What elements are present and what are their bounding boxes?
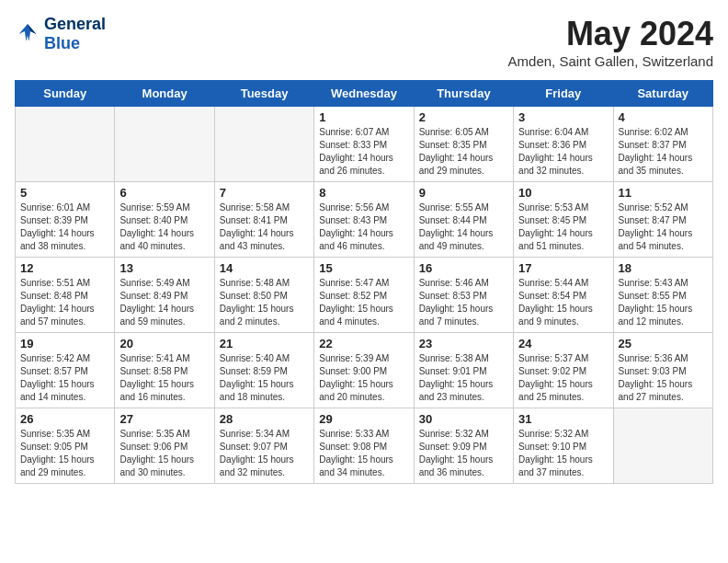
calendar-week-row: 5Sunrise: 6:01 AMSunset: 8:39 PMDaylight… bbox=[16, 182, 713, 258]
calendar-day-cell: 22Sunrise: 5:39 AMSunset: 9:00 PMDayligh… bbox=[314, 333, 414, 408]
calendar-week-row: 12Sunrise: 5:51 AMSunset: 8:48 PMDayligh… bbox=[16, 258, 713, 333]
day-of-week-header: Monday bbox=[115, 81, 214, 107]
day-number: 17 bbox=[518, 261, 608, 275]
day-number: 1 bbox=[319, 110, 408, 124]
day-info: Sunrise: 5:39 AMSunset: 9:00 PMDaylight:… bbox=[319, 352, 408, 404]
day-number: 28 bbox=[220, 412, 309, 426]
calendar-day-cell: 4Sunrise: 6:02 AMSunset: 8:37 PMDaylight… bbox=[613, 107, 712, 182]
calendar-day-cell: 31Sunrise: 5:32 AMSunset: 9:10 PMDayligh… bbox=[514, 408, 613, 484]
day-number: 21 bbox=[220, 337, 309, 350]
logo-icon bbox=[15, 21, 40, 47]
day-of-week-header: Wednesday bbox=[314, 81, 414, 107]
calendar-week-row: 19Sunrise: 5:42 AMSunset: 8:57 PMDayligh… bbox=[16, 333, 713, 408]
calendar-day-cell: 13Sunrise: 5:49 AMSunset: 8:49 PMDayligh… bbox=[115, 258, 214, 333]
day-number: 10 bbox=[518, 186, 608, 200]
day-of-week-header: Sunday bbox=[16, 81, 115, 107]
day-info: Sunrise: 5:44 AMSunset: 8:54 PMDaylight:… bbox=[518, 277, 608, 328]
day-info: Sunrise: 5:46 AMSunset: 8:53 PMDaylight:… bbox=[419, 277, 508, 328]
calendar-day-cell: 5Sunrise: 6:01 AMSunset: 8:39 PMDaylight… bbox=[16, 182, 115, 258]
day-number: 16 bbox=[419, 261, 508, 275]
calendar-day-cell: 20Sunrise: 5:41 AMSunset: 8:58 PMDayligh… bbox=[115, 333, 214, 408]
calendar-day-cell: 24Sunrise: 5:37 AMSunset: 9:02 PMDayligh… bbox=[514, 333, 613, 408]
day-info: Sunrise: 5:49 AMSunset: 8:49 PMDaylight:… bbox=[119, 277, 209, 328]
day-number: 13 bbox=[119, 261, 209, 275]
location: Amden, Saint Gallen, Switzerland bbox=[508, 53, 713, 69]
calendar-day-cell: 19Sunrise: 5:42 AMSunset: 8:57 PMDayligh… bbox=[16, 333, 115, 408]
day-info: Sunrise: 5:56 AMSunset: 8:43 PMDaylight:… bbox=[319, 201, 408, 253]
page-header: General Blue May 2024 Amden, Saint Galle… bbox=[15, 15, 713, 69]
day-number: 20 bbox=[119, 337, 209, 350]
day-number: 9 bbox=[419, 186, 508, 200]
day-info: Sunrise: 5:51 AMSunset: 8:48 PMDaylight:… bbox=[20, 277, 109, 328]
calendar-day-cell: 7Sunrise: 5:58 AMSunset: 8:41 PMDaylight… bbox=[214, 182, 313, 258]
calendar-day-cell: 26Sunrise: 5:35 AMSunset: 9:05 PMDayligh… bbox=[16, 408, 115, 484]
day-info: Sunrise: 5:33 AMSunset: 9:08 PMDaylight:… bbox=[319, 428, 408, 479]
day-info: Sunrise: 5:36 AMSunset: 9:03 PMDaylight:… bbox=[619, 352, 708, 404]
calendar-day-cell: 10Sunrise: 5:53 AMSunset: 8:45 PMDayligh… bbox=[514, 182, 613, 258]
day-number: 2 bbox=[419, 110, 508, 124]
day-number: 26 bbox=[20, 412, 109, 426]
calendar-day-cell: 21Sunrise: 5:40 AMSunset: 8:59 PMDayligh… bbox=[214, 333, 313, 408]
day-info: Sunrise: 5:41 AMSunset: 8:58 PMDaylight:… bbox=[119, 352, 209, 404]
day-info: Sunrise: 5:59 AMSunset: 8:40 PMDaylight:… bbox=[119, 201, 209, 253]
day-number: 5 bbox=[20, 186, 109, 200]
calendar-day-cell: 18Sunrise: 5:43 AMSunset: 8:55 PMDayligh… bbox=[613, 258, 712, 333]
day-number: 8 bbox=[319, 186, 408, 200]
day-info: Sunrise: 6:01 AMSunset: 8:39 PMDaylight:… bbox=[20, 201, 109, 253]
day-number: 11 bbox=[619, 186, 708, 200]
calendar-table: SundayMondayTuesdayWednesdayThursdayFrid… bbox=[15, 80, 713, 484]
day-number: 12 bbox=[20, 261, 109, 275]
day-info: Sunrise: 6:02 AMSunset: 8:37 PMDaylight:… bbox=[619, 126, 708, 178]
day-info: Sunrise: 5:48 AMSunset: 8:50 PMDaylight:… bbox=[220, 277, 309, 328]
calendar-day-cell: 30Sunrise: 5:32 AMSunset: 9:09 PMDayligh… bbox=[414, 408, 513, 484]
month-title: May 2024 bbox=[508, 15, 713, 53]
day-number: 18 bbox=[619, 261, 708, 275]
day-number: 27 bbox=[119, 412, 209, 426]
title-block: May 2024 Amden, Saint Gallen, Switzerlan… bbox=[508, 15, 713, 69]
day-info: Sunrise: 5:32 AMSunset: 9:10 PMDaylight:… bbox=[518, 428, 608, 479]
day-of-week-header: Thursday bbox=[414, 81, 513, 107]
day-number: 25 bbox=[619, 337, 708, 350]
day-number: 3 bbox=[518, 110, 608, 124]
day-info: Sunrise: 5:32 AMSunset: 9:09 PMDaylight:… bbox=[419, 428, 508, 479]
day-number: 30 bbox=[419, 412, 508, 426]
day-number: 23 bbox=[419, 337, 508, 350]
day-info: Sunrise: 5:35 AMSunset: 9:06 PMDaylight:… bbox=[119, 428, 209, 479]
calendar-week-row: 1Sunrise: 6:07 AMSunset: 8:33 PMDaylight… bbox=[16, 107, 713, 182]
day-info: Sunrise: 5:53 AMSunset: 8:45 PMDaylight:… bbox=[518, 201, 608, 253]
day-info: Sunrise: 5:55 AMSunset: 8:44 PMDaylight:… bbox=[419, 201, 508, 253]
day-number: 24 bbox=[518, 337, 608, 350]
day-info: Sunrise: 6:04 AMSunset: 8:36 PMDaylight:… bbox=[518, 126, 608, 178]
calendar-day-cell: 17Sunrise: 5:44 AMSunset: 8:54 PMDayligh… bbox=[514, 258, 613, 333]
day-number: 22 bbox=[319, 337, 408, 350]
day-info: Sunrise: 6:05 AMSunset: 8:35 PMDaylight:… bbox=[419, 126, 508, 178]
calendar-day-cell: 16Sunrise: 5:46 AMSunset: 8:53 PMDayligh… bbox=[414, 258, 513, 333]
day-number: 6 bbox=[119, 186, 209, 200]
calendar-day-cell: 28Sunrise: 5:34 AMSunset: 9:07 PMDayligh… bbox=[214, 408, 313, 484]
calendar-day-cell bbox=[115, 107, 214, 182]
day-info: Sunrise: 5:47 AMSunset: 8:52 PMDaylight:… bbox=[319, 277, 408, 328]
day-info: Sunrise: 5:43 AMSunset: 8:55 PMDaylight:… bbox=[619, 277, 708, 328]
calendar-day-cell bbox=[214, 107, 313, 182]
calendar-day-cell: 3Sunrise: 6:04 AMSunset: 8:36 PMDaylight… bbox=[514, 107, 613, 182]
calendar-day-cell: 27Sunrise: 5:35 AMSunset: 9:06 PMDayligh… bbox=[115, 408, 214, 484]
day-info: Sunrise: 5:38 AMSunset: 9:01 PMDaylight:… bbox=[419, 352, 508, 404]
day-info: Sunrise: 5:52 AMSunset: 8:47 PMDaylight:… bbox=[619, 201, 708, 253]
calendar-day-cell: 11Sunrise: 5:52 AMSunset: 8:47 PMDayligh… bbox=[613, 182, 712, 258]
day-info: Sunrise: 6:07 AMSunset: 8:33 PMDaylight:… bbox=[319, 126, 408, 178]
day-info: Sunrise: 5:58 AMSunset: 8:41 PMDaylight:… bbox=[220, 201, 309, 253]
calendar-day-cell bbox=[613, 408, 712, 484]
day-number: 7 bbox=[220, 186, 309, 200]
calendar-day-cell: 25Sunrise: 5:36 AMSunset: 9:03 PMDayligh… bbox=[613, 333, 712, 408]
calendar-day-cell: 1Sunrise: 6:07 AMSunset: 8:33 PMDaylight… bbox=[314, 107, 414, 182]
calendar-day-cell bbox=[16, 107, 115, 182]
calendar-day-cell: 8Sunrise: 5:56 AMSunset: 8:43 PMDaylight… bbox=[314, 182, 414, 258]
calendar-day-cell: 9Sunrise: 5:55 AMSunset: 8:44 PMDaylight… bbox=[414, 182, 513, 258]
day-number: 29 bbox=[319, 412, 408, 426]
logo-text: General Blue bbox=[44, 15, 106, 53]
calendar-day-cell: 14Sunrise: 5:48 AMSunset: 8:50 PMDayligh… bbox=[214, 258, 313, 333]
day-number: 31 bbox=[518, 412, 608, 426]
calendar-day-cell: 23Sunrise: 5:38 AMSunset: 9:01 PMDayligh… bbox=[414, 333, 513, 408]
day-number: 4 bbox=[619, 110, 708, 124]
day-info: Sunrise: 5:35 AMSunset: 9:05 PMDaylight:… bbox=[20, 428, 109, 479]
